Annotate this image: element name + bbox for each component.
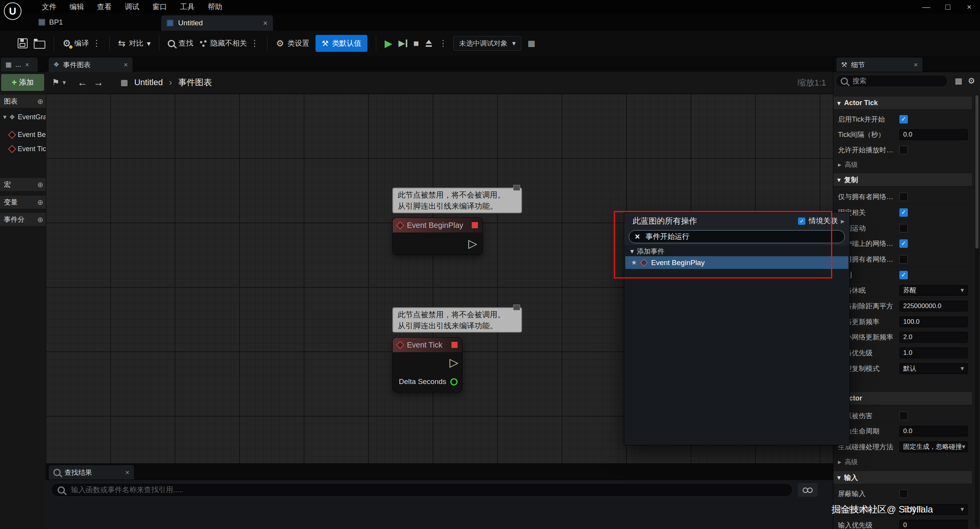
cull-distance-field[interactable]: 225000000.0 [899,301,968,311]
block-input-checkbox[interactable] [899,489,908,498]
advanced-expander[interactable]: 高级 [833,455,972,468]
tab-details[interactable]: 细节 [836,58,922,72]
chevron-down-icon[interactable] [147,39,151,48]
can-be-damaged-checkbox[interactable] [899,412,908,420]
popup-search-input[interactable]: 事件开始运行 [629,230,845,243]
add-graph-icon[interactable] [37,97,43,106]
tab-untitled[interactable]: Untitled [161,15,273,31]
replicate-movement-checkbox[interactable] [899,224,908,232]
debug-class-icon[interactable] [527,39,535,48]
find-in-blueprints-button[interactable] [798,483,818,497]
menu-help[interactable]: 帮助 [201,0,229,14]
add-button[interactable]: + 添加 [1,74,44,91]
save-icon[interactable] [18,38,28,48]
owner-only-checkbox[interactable] [899,193,908,201]
comment-bubble-pin-icon[interactable] [513,305,520,310]
context-sensitive-toggle[interactable]: 情境关联 [798,216,844,226]
start-with-tick-checkbox[interactable] [899,146,908,154]
tree-item-event-tick[interactable]: Event Tick [0,142,46,155]
node-event-beginplay[interactable]: Event BeginPlay [392,218,483,255]
menu-view[interactable]: 查看 [91,0,118,14]
replicates-checkbox[interactable] [899,271,908,279]
class-settings-button[interactable]: 类设置 [276,38,309,49]
tree-item-eventgraph[interactable]: EventGraph [0,110,46,124]
exec-pin[interactable] [450,357,458,368]
minimize-button[interactable]: — [916,0,937,14]
always-relevant-checkbox[interactable] [899,208,908,217]
context-checkbox[interactable] [798,218,805,225]
stop-button[interactable] [413,39,419,48]
menu-edit[interactable]: 编辑 [63,0,91,14]
tick-interval-field[interactable]: 0.0 [899,129,968,140]
diff-button[interactable]: 对比 [118,38,151,49]
browse-icon[interactable] [34,41,45,49]
net-load-checkbox[interactable] [899,239,908,248]
close-icon[interactable] [914,61,918,69]
update-frequency-field[interactable]: 100.0 [899,316,968,327]
menu-debug[interactable]: 调试 [118,0,146,14]
scrollbar-thumb[interactable] [975,95,978,249]
back-icon[interactable] [78,77,88,89]
input-priority-field[interactable]: 0 [899,520,968,529]
details-scrollbar[interactable] [975,94,979,527]
display-filter-icon[interactable] [955,76,962,86]
popup-item-event-beginplay[interactable]: Event BeginPlay [625,256,848,269]
tick-enabled-checkbox[interactable] [899,115,908,124]
close-icon[interactable] [124,61,128,69]
add-macro-icon[interactable] [37,180,43,189]
close-button[interactable]: × [959,0,980,14]
play-options-icon[interactable] [439,38,447,48]
spawn-collision-dropdown[interactable]: 固定生成，忽略碰撞 [899,442,968,452]
net-priority-field[interactable]: 1.0 [899,348,968,358]
section-replication[interactable]: 复制 [833,173,972,186]
section-macros[interactable]: 宏 [0,178,46,191]
add-dispatcher-icon[interactable] [37,215,43,224]
menu-tools[interactable]: 工具 [174,0,201,14]
close-icon[interactable] [25,61,29,69]
compile-button[interactable]: 编译 [63,38,101,49]
comment-bubble-pin-icon[interactable] [513,185,520,191]
section-actor[interactable]: Actor [833,392,972,405]
section-actor-tick[interactable]: Actor Tick [833,97,972,110]
min-update-frequency-field[interactable]: 2.0 [899,332,968,343]
chevron-down-icon[interactable] [63,78,66,87]
tab-find-results[interactable]: 查找结果 [49,465,134,480]
asset-breadcrumb[interactable]: BP1 [38,14,63,31]
section-input[interactable]: 输入 [833,471,972,484]
life-span-field[interactable]: 0.0 [899,426,968,437]
hide-unrelated-button[interactable]: 隐藏不相关 [199,38,259,48]
node-event-tick[interactable]: Event Tick Delta Seconds [392,337,463,392]
tab-my-blueprint[interactable]: ... [1,58,38,72]
menu-window[interactable]: 窗口 [146,0,174,14]
find-button[interactable]: 查找 [168,38,193,48]
exec-pin[interactable] [468,238,477,249]
delta-seconds-pin[interactable] [450,378,458,386]
popup-category-add-event[interactable]: 添加事件 [630,247,664,256]
debug-object-dropdown[interactable]: 未选中调试对象 [453,36,521,51]
section-graphs[interactable]: 图表 [0,95,46,108]
physics-replication-dropdown[interactable]: 默认 [899,363,968,374]
find-input[interactable]: 输入函数或事件名称来查找引用..... [51,483,793,497]
breadcrumb-page[interactable]: 事件图表 [178,77,212,88]
tree-item-event-beginplay[interactable]: Event BeginPlay [0,128,46,141]
add-variable-icon[interactable] [37,198,43,207]
eject-button[interactable] [425,40,433,47]
menu-file[interactable]: 文件 [35,0,63,14]
gear-icon[interactable] [968,76,975,86]
close-icon[interactable] [125,468,129,477]
play-button[interactable] [385,38,392,48]
section-variables[interactable]: 变量 [0,196,46,209]
maximize-button[interactable]: □ [937,0,959,14]
chevron-down-icon[interactable] [3,113,7,121]
breadcrumb-root[interactable]: Untitled [134,77,163,87]
compile-options-icon[interactable] [93,38,101,48]
chevron-right-icon[interactable] [841,217,844,226]
hide-unrelated-options-icon[interactable] [250,38,259,48]
close-icon[interactable] [263,19,268,28]
forward-icon[interactable] [94,77,104,89]
frame-skip-button[interactable] [398,38,407,48]
bookmark-icon[interactable] [52,77,59,87]
section-dispatchers[interactable]: 事件分 [0,213,46,226]
favorite-star-icon[interactable] [631,259,637,267]
owner-relevancy-checkbox[interactable] [899,255,908,264]
